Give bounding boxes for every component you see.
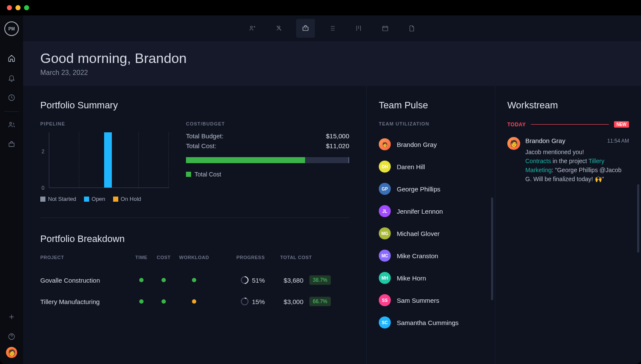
team-member-name: Mike Horn — [397, 274, 426, 282]
ws-link-contracts[interactable]: Contracts — [525, 158, 551, 164]
window-minimize-button[interactable] — [15, 5, 21, 10]
team-member-name: George Phillips — [397, 185, 440, 193]
nav-help-icon[interactable] — [3, 327, 20, 346]
workstream-avatar-icon — [507, 137, 520, 150]
team-member[interactable]: MGMichael Glover — [379, 222, 483, 245]
th-time: TIME — [130, 255, 153, 260]
team-pulse-title: Team Pulse — [379, 100, 483, 111]
left-sidebar: PM — [0, 15, 23, 364]
user-avatar[interactable] — [6, 347, 17, 358]
th-totalcost: TOTAL COST — [269, 255, 312, 260]
workstream-title: Workstream — [507, 100, 629, 111]
team-avatar-icon: DH — [379, 161, 391, 173]
pipeline-label: PIPELINE — [40, 121, 169, 126]
workstream-item[interactable]: Brandon Gray 11:54 AM Jacob mentioned yo… — [507, 137, 629, 184]
total-budget-label: Total Budget: — [186, 132, 224, 140]
cell-totalcost: $3,000 — [269, 298, 303, 305]
app-logo[interactable]: PM — [4, 21, 19, 36]
window-maximize-button[interactable] — [24, 5, 29, 10]
th-cost: COST — [153, 255, 175, 260]
progress-ring-icon — [241, 276, 249, 284]
nav-team-icon[interactable] — [3, 115, 20, 134]
progress-pct: 51% — [252, 277, 265, 284]
dot-workload — [192, 299, 196, 304]
team-member[interactable]: 🧑Brandon Gray — [379, 133, 483, 155]
dot-cost — [162, 299, 166, 304]
topnav-people-slash-icon[interactable] — [270, 19, 288, 38]
team-avatar-icon: SC — [379, 316, 391, 328]
workstream-column: Workstream TODAY NEW Brandon Gray 11:54 … — [495, 86, 641, 364]
pct-badge: 66.7% — [309, 297, 331, 306]
team-member[interactable]: GPGeorge Phillips — [379, 178, 483, 200]
ws-mid: in the project — [551, 158, 589, 164]
team-avatar-icon: JL — [379, 205, 391, 217]
nav-notifications-icon[interactable] — [3, 69, 20, 87]
table-row[interactable]: Tillery Manufacturing15%$3,00066.7% — [40, 291, 349, 312]
legend-open: Open — [92, 196, 105, 202]
cost-budget-label: COST/BUDGET — [186, 121, 349, 126]
total-budget-value: $15,000 — [326, 132, 349, 140]
workstream-author: Brandon Gray — [525, 137, 565, 144]
legend-not-started: Not Started — [48, 196, 76, 202]
team-member-name: Daren Hill — [397, 163, 425, 170]
window-titlebar — [0, 0, 641, 15]
dot-time — [139, 278, 144, 282]
team-avatar-icon: SS — [379, 294, 391, 306]
total-cost-label: Total Cost: — [186, 142, 216, 149]
nav-add-icon[interactable] — [3, 307, 20, 326]
team-utilization-label: TEAM UTILIZATION — [379, 121, 483, 126]
pipeline-chart: 2 0 — [49, 132, 169, 188]
cell-totalcost: $3,680 — [269, 277, 303, 284]
team-member[interactable]: SSSam Summers — [379, 289, 483, 311]
team-avatar-icon: MH — [379, 272, 391, 284]
team-member[interactable]: SCSamantha Cummings — [379, 311, 483, 334]
team-member[interactable]: DHDaren Hill — [379, 155, 483, 178]
topnav-list-icon[interactable] — [323, 19, 341, 38]
window-close-button[interactable] — [7, 5, 12, 10]
team-member[interactable]: JLJennifer Lennon — [379, 200, 483, 222]
portfolio-column: Portfolio Summary PIPELINE 2 0 — [23, 86, 367, 364]
ws-line1: Jacob mentioned you! — [525, 148, 629, 157]
team-scrollbar[interactable] — [491, 197, 493, 300]
greeting-title: Good morning, Brandon — [40, 51, 624, 66]
team-member-name: Samantha Cummings — [397, 319, 458, 326]
svg-point-1 — [10, 122, 12, 125]
th-progress: PROGRESS — [213, 255, 265, 260]
y-tick-0: 0 — [42, 185, 45, 191]
topnav-briefcase-icon[interactable] — [296, 19, 315, 38]
th-project: PROJECT — [40, 255, 130, 260]
nav-time-icon[interactable] — [3, 88, 20, 107]
pipeline-bar-open — [104, 132, 112, 188]
greeting-banner: Good morning, Brandon March 23, 2022 — [23, 41, 641, 86]
team-member[interactable]: MHMike Horn — [379, 267, 483, 289]
top-navbar — [23, 15, 641, 41]
team-member[interactable]: MCMike Cranston — [379, 245, 483, 267]
topnav-file-icon[interactable] — [402, 19, 421, 38]
topnav-calendar-icon[interactable] — [376, 19, 395, 38]
topnav-people-icon[interactable] — [243, 19, 262, 38]
team-member-name: Brandon Gray — [397, 141, 437, 148]
table-row[interactable]: Govalle Construction51%$3,68038.7% — [40, 269, 349, 291]
pipeline-legend: Not Started Open On Hold — [40, 196, 169, 202]
team-member-name: Mike Cranston — [397, 252, 438, 260]
th-workload: WORKLOAD — [175, 255, 213, 260]
workstream-new-badge: NEW — [614, 121, 629, 128]
nav-work-icon[interactable] — [3, 135, 20, 154]
workstream-message: Jacob mentioned you! Contracts in the pr… — [525, 148, 629, 184]
cost-progress-bar — [186, 157, 349, 163]
breakdown-table: PROJECT TIME COST WORKLOAD PROGRESS TOTA… — [40, 255, 349, 312]
dot-workload — [192, 278, 196, 282]
team-pulse-column: Team Pulse TEAM UTILIZATION 🧑Brandon Gra… — [367, 86, 495, 364]
topnav-board-icon[interactable] — [349, 19, 368, 38]
team-member-name: Michael Glover — [397, 230, 440, 237]
team-avatar-icon: GP — [379, 183, 391, 195]
cost-legend-label: Total Cost — [195, 171, 221, 178]
greeting-date: March 23, 2022 — [40, 69, 624, 77]
divider — [40, 218, 349, 218]
y-tick-2: 2 — [42, 149, 45, 155]
team-member-name: Jennifer Lennon — [397, 208, 443, 215]
cell-project: Tillery Manufacturing — [40, 298, 130, 305]
nav-home-icon[interactable] — [3, 49, 20, 68]
portfolio-summary-title: Portfolio Summary — [40, 100, 349, 111]
svg-point-4 — [251, 26, 253, 28]
